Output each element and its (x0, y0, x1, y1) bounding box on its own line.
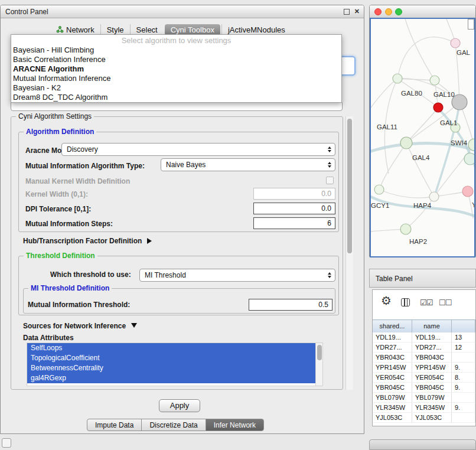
apply-button[interactable]: Apply (159, 399, 200, 412)
network-node[interactable] (400, 224, 411, 234)
hub-section-label: Hub/Transcription Factor Definition (23, 237, 142, 245)
menu-item[interactable]: Bayesian - K2 (11, 83, 341, 93)
network-edge[interactable] (406, 143, 434, 197)
collapsed-panel-icon[interactable] (2, 438, 11, 448)
tab-network[interactable]: Network (50, 24, 100, 35)
attribute-item[interactable]: TopologicalCoefficient (27, 353, 317, 363)
network-edge[interactable] (379, 143, 406, 190)
menu-item[interactable]: Dream8 DC_TDC Algorithm (11, 93, 341, 102)
network-node[interactable] (429, 192, 439, 201)
menu-item[interactable]: Basic Correlation Inference (11, 55, 341, 64)
aracne-mode-combo[interactable]: Discovery (61, 143, 335, 156)
gear-icon[interactable]: ⚙ (381, 294, 392, 308)
node-label: Y (472, 201, 474, 208)
column-header[interactable]: shared... (373, 320, 412, 332)
node-label: HAP4 (413, 202, 432, 209)
network-edge[interactable] (379, 190, 434, 198)
control-panel-titlebar[interactable]: Control Panel ✕ (1, 5, 364, 18)
network-node[interactable] (464, 153, 474, 165)
tab-select[interactable]: Select (130, 24, 164, 35)
network-canvas[interactable]: GALGAL80GAL10GAL11GAL1SWI4GAL4GCY1HAP4HA… (371, 19, 474, 256)
attribute-item[interactable]: gal4RGexp (27, 373, 317, 383)
network-edge[interactable] (371, 79, 397, 107)
tab-discretize-data[interactable]: Discretize Data (141, 419, 206, 431)
column-layout-icon[interactable] (401, 298, 410, 308)
sources-section-toggle[interactable]: Sources for Network Inference (23, 322, 137, 330)
table-row[interactable]: YBR045CYBR045C9. (373, 383, 475, 393)
tab-style[interactable]: Style (100, 24, 130, 35)
network-view-frame: GALGAL80GAL10GAL11GAL1SWI4GAL4GCY1HAP4HA… (370, 18, 475, 257)
mi-threshold-value: 0.5 (318, 301, 328, 309)
zoom-traffic-light[interactable] (395, 8, 402, 15)
tab-infer-network[interactable]: Infer Network (206, 419, 264, 431)
chevron-right-icon (147, 238, 152, 244)
menu-item[interactable]: Mutual Information Inference (11, 74, 341, 83)
table-row[interactable]: YBL079WYBL079W (373, 393, 475, 403)
network-node[interactable] (393, 74, 402, 83)
attribute-item[interactable]: BetweennessCentrality (27, 363, 317, 373)
select-all-icon[interactable]: ☑☑ (420, 298, 432, 307)
network-edge[interactable] (406, 107, 438, 143)
attribute-item[interactable]: SelfLoops (27, 343, 317, 353)
network-node[interactable] (374, 185, 384, 194)
network-node[interactable] (462, 186, 473, 197)
tab-impute-data[interactable]: Impute Data (87, 419, 142, 431)
table-cell: YPR145W (373, 363, 412, 372)
table-row[interactable]: YDL19...YDL19...13 (373, 332, 475, 343)
table-cell: YBL079W (412, 393, 452, 402)
mi-type-combo[interactable]: Naive Bayes (161, 158, 335, 171)
hub-section-toggle[interactable]: Hub/Transcription Factor Definition (23, 237, 152, 245)
which-threshold-combo[interactable]: MI Threshold (139, 269, 335, 282)
menu-placeholder[interactable]: Select algorithm to view settings (11, 36, 341, 45)
kernel-width-field[interactable]: 0.0 (253, 188, 335, 200)
network-edge[interactable] (397, 37, 455, 79)
algorithm-definition-title: Algorithm Definition (24, 128, 96, 136)
control-panel-window: Control Panel ✕ Network Style Select Cyn… (0, 5, 364, 434)
table-row[interactable]: YJL053CYJL053C (373, 413, 475, 423)
table-row[interactable]: YDR27...YDR27...12 (373, 343, 475, 353)
table-row[interactable]: YER054CYER054C8. (373, 373, 475, 383)
mi-steps-field[interactable]: 6 (253, 217, 335, 229)
table-panel: ⚙ ☑☑ ☐☐ shared...name YDL19...YDL19...13… (372, 289, 476, 426)
table-row[interactable]: YPR145WYPR145W9. (373, 363, 475, 373)
sources-section-label: Sources for Network Inference (23, 322, 126, 330)
node-label: GAL10 (433, 91, 455, 98)
deselect-all-icon[interactable]: ☐☐ (439, 298, 451, 307)
close-icon[interactable]: ✕ (354, 8, 360, 15)
scrollbar-thumb[interactable] (317, 345, 322, 360)
dpi-tolerance-field[interactable]: 0.0 (253, 203, 335, 214)
network-node[interactable] (451, 38, 460, 48)
column-header[interactable] (452, 320, 475, 332)
mi-threshold-field[interactable]: 0.5 (249, 299, 332, 311)
network-node[interactable] (400, 137, 412, 149)
float-window-icon[interactable] (344, 9, 350, 15)
dpi-tolerance-value: 0.0 (321, 204, 331, 213)
scrollbar-thumb[interactable] (347, 119, 352, 253)
mi-threshold-group-title: MI Threshold Definition (28, 284, 112, 292)
settings-scrollbar[interactable] (345, 116, 353, 390)
menu-item[interactable]: ARACNE Algorithm (11, 64, 341, 74)
column-header[interactable]: name (412, 320, 452, 332)
network-edge[interactable] (405, 19, 435, 80)
data-attributes-label: Data Attributes (23, 334, 74, 342)
node-label: SWI4 (451, 139, 468, 146)
attributes-scrollbar[interactable] (315, 343, 322, 386)
table-panel-header[interactable]: Table Panel (369, 269, 476, 288)
network-window-titlebar[interactable] (370, 5, 475, 18)
node-label: GAL1 (440, 119, 457, 126)
table-header-row: shared...name (373, 319, 475, 333)
table-cell: 9. (452, 403, 475, 412)
table-row[interactable]: YBR043CYBR043C (373, 353, 475, 363)
close-traffic-light[interactable] (374, 8, 382, 15)
manual-kernel-checkbox[interactable] (326, 177, 334, 184)
table-cell: YBR043C (412, 353, 452, 362)
minimize-traffic-light[interactable] (385, 8, 392, 15)
tab-jactivemnodules[interactable]: jActiveMNodules (221, 24, 291, 35)
node-label: GAL11 (377, 123, 397, 131)
table-cell: 9. (452, 363, 475, 372)
network-node[interactable] (433, 103, 443, 112)
network-node[interactable] (430, 76, 439, 85)
tab-cyni-toolbox[interactable]: Cyni Toolbox (165, 24, 220, 35)
table-row[interactable]: YLR345WYLR345W9. (373, 403, 475, 413)
menu-item[interactable]: Bayesian - Hill Climbing (11, 45, 341, 55)
